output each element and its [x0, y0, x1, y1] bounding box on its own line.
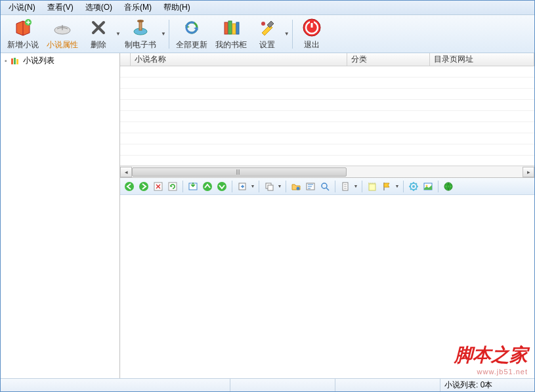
svg-rect-5 — [225, 22, 228, 34]
table-row — [120, 77, 534, 89]
settings-dropdown[interactable]: ▼ — [284, 31, 289, 37]
status-cell-2 — [230, 379, 335, 391]
table-row — [120, 66, 534, 77]
scroll-thumb[interactable] — [132, 167, 347, 177]
make-ebook-dropdown[interactable]: ▼ — [161, 31, 166, 37]
content-area: 小说名称 分类 目录页网址 ◂ — [120, 53, 534, 378]
column-toc-url[interactable]: 目录页网址 — [430, 53, 534, 66]
bookshelf-button[interactable]: 我的书柜 — [211, 16, 251, 52]
menu-view[interactable]: 查看(V) — [42, 1, 79, 14]
toolbar-separator — [232, 181, 232, 192]
add-novel-button[interactable]: 新增小说 — [3, 16, 43, 52]
delete-dropdown[interactable]: ▼ — [116, 31, 121, 37]
settings-button[interactable]: 设置 — [251, 16, 284, 52]
delete-button[interactable]: 删除 — [82, 16, 115, 52]
svg-point-29 — [322, 183, 327, 188]
export-dropdown[interactable]: ▼ — [250, 184, 255, 188]
brush-icon — [130, 17, 151, 38]
svg-point-22 — [203, 182, 212, 191]
folder-button[interactable] — [289, 180, 303, 193]
export-button[interactable] — [236, 180, 249, 193]
svg-rect-14 — [11, 58, 13, 64]
globe-button[interactable] — [442, 180, 455, 193]
image-button[interactable] — [421, 180, 435, 193]
main-area: ▪ 小说列表 小说名称 分类 目录页网址 — [1, 53, 534, 378]
scroll-left-button[interactable]: ◂ — [120, 167, 132, 177]
tree-toggle-icon: ▪ — [5, 57, 7, 64]
toolbar-separator — [292, 20, 293, 49]
copy-dropdown[interactable]: ▼ — [277, 184, 282, 188]
status-cell-3 — [335, 379, 440, 391]
svg-point-18 — [139, 182, 148, 191]
toolbar-separator — [169, 20, 169, 49]
toolbar-separator — [259, 181, 259, 192]
tree-root-item[interactable]: ▪ 小说列表 — [2, 54, 118, 67]
notes-button[interactable] — [366, 180, 379, 193]
move-down-button[interactable] — [215, 180, 228, 193]
import-button[interactable] — [186, 180, 200, 193]
watermark: 脚本之家 www.jb51.net — [454, 343, 528, 376]
document-button[interactable] — [339, 180, 352, 193]
gear-button[interactable] — [407, 180, 420, 193]
flag-button[interactable] — [380, 180, 393, 193]
svg-point-9 — [261, 22, 265, 26]
table-body[interactable] — [120, 66, 534, 165]
table-row — [120, 122, 534, 133]
toolbar-separator — [438, 181, 439, 192]
menu-music[interactable]: 音乐(M) — [119, 1, 157, 14]
svg-point-23 — [217, 182, 226, 191]
books-icon — [221, 17, 242, 38]
scroll-right-button[interactable]: ▸ — [523, 167, 534, 177]
sidebar: ▪ 小说列表 — [1, 53, 120, 378]
properties-label: 小说属性 — [47, 39, 78, 51]
table-row — [120, 144, 534, 156]
exit-button[interactable]: 退出 — [295, 16, 328, 52]
copy-button[interactable] — [263, 180, 276, 193]
svg-rect-6 — [228, 21, 232, 34]
nav-back-button[interactable] — [123, 180, 136, 193]
menu-options[interactable]: 选项(O) — [80, 1, 118, 14]
svg-rect-13 — [310, 20, 314, 23]
move-up-button[interactable] — [201, 180, 214, 193]
menu-help[interactable]: 帮助(H) — [158, 1, 196, 14]
settings-label: 设置 — [259, 39, 275, 51]
flag-dropdown[interactable]: ▼ — [395, 184, 400, 188]
table-header-spacer — [120, 53, 131, 66]
exit-label: 退出 — [304, 39, 320, 51]
svg-point-36 — [444, 183, 452, 190]
toolbar-separator — [362, 181, 362, 192]
stop-button[interactable] — [152, 180, 165, 193]
search-button[interactable] — [318, 180, 332, 193]
svg-rect-16 — [16, 59, 18, 64]
filter-button[interactable] — [304, 180, 317, 193]
svg-point-27 — [297, 186, 300, 190]
refresh-icon — [181, 17, 202, 38]
book-plus-icon — [12, 17, 33, 38]
properties-button[interactable]: 小说属性 — [43, 16, 82, 52]
column-category[interactable]: 分类 — [347, 53, 430, 66]
reload-button[interactable] — [166, 180, 179, 193]
svg-point-4 — [137, 20, 144, 22]
delete-label: 删除 — [91, 39, 106, 51]
menu-novel[interactable]: 小说(N) — [3, 1, 41, 14]
table-header: 小说名称 分类 目录页网址 — [120, 53, 534, 66]
novel-table: 小说名称 分类 目录页网址 ◂ — [120, 53, 534, 178]
x-icon — [88, 17, 109, 38]
horizontal-scrollbar[interactable]: ◂ ▸ — [120, 165, 534, 177]
scroll-track[interactable] — [132, 167, 523, 177]
make-ebook-button[interactable]: 制电子书 — [121, 16, 160, 52]
toolbar-separator — [286, 181, 286, 192]
table-row — [120, 111, 534, 122]
column-name[interactable]: 小说名称 — [131, 53, 347, 66]
document-dropdown[interactable]: ▼ — [353, 184, 358, 188]
toolbar-separator — [403, 181, 404, 192]
make-ebook-label: 制电子书 — [125, 39, 156, 51]
menubar: 小说(N) 查看(V) 选项(O) 音乐(M) 帮助(H) — [1, 1, 534, 15]
bookshelf-tree-icon — [10, 56, 20, 66]
update-all-button[interactable]: 全部更新 — [172, 16, 211, 52]
svg-rect-8 — [236, 22, 239, 34]
table-row — [120, 133, 534, 144]
table-row — [120, 156, 534, 165]
watermark-url: www.jb51.net — [454, 368, 528, 376]
nav-forward-button[interactable] — [137, 180, 150, 193]
